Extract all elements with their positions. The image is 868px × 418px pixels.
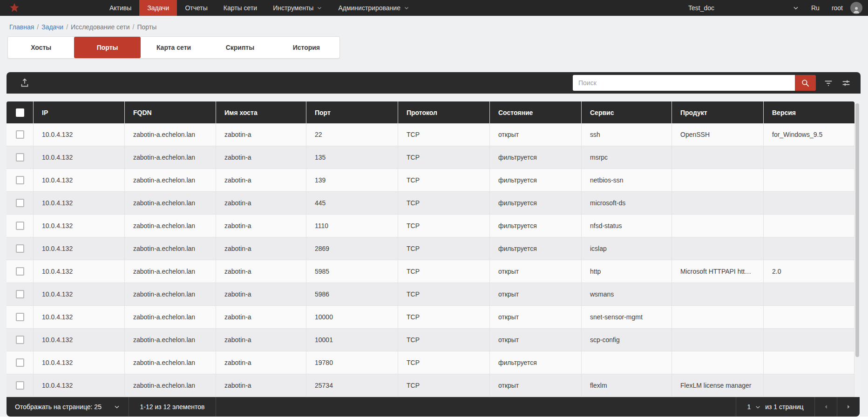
filter-button[interactable] bbox=[823, 78, 834, 88]
cell-port: 10000 bbox=[306, 306, 398, 328]
main-menu: Активы Задачи Отчеты Карты сети Инструме… bbox=[102, 0, 417, 16]
prev-page-button[interactable] bbox=[815, 397, 837, 417]
tab-network-map[interactable]: Карта сети bbox=[141, 37, 207, 58]
cell-version bbox=[764, 329, 854, 351]
table-row: 10.0.4.132zabotin-a.echelon.lanzabotin-a… bbox=[7, 123, 854, 146]
row-checkbox[interactable] bbox=[16, 199, 24, 207]
cell-host: zabotin-a bbox=[216, 146, 306, 169]
cell-fqdn: zabotin-a.echelon.lan bbox=[125, 351, 216, 374]
tab-scripts[interactable]: Скрипты bbox=[207, 37, 273, 58]
row-checkbox[interactable] bbox=[16, 313, 24, 321]
cell-version bbox=[764, 374, 854, 397]
tab-history[interactable]: История bbox=[273, 37, 339, 58]
row-checkbox[interactable] bbox=[16, 381, 24, 390]
col-header-protocol[interactable]: Протокол bbox=[398, 101, 490, 123]
cell-ip: 10.0.4.132 bbox=[34, 351, 125, 374]
row-checkbox[interactable] bbox=[16, 130, 24, 139]
col-header-state[interactable]: Состояние bbox=[490, 101, 582, 123]
col-header-ip[interactable]: IP bbox=[34, 101, 125, 123]
person-icon bbox=[852, 6, 861, 14]
cell-port: 5985 bbox=[306, 260, 398, 283]
cell-host: zabotin-a bbox=[216, 237, 306, 260]
next-arrow-icon bbox=[845, 404, 852, 410]
row-checkbox[interactable] bbox=[16, 222, 24, 230]
user-avatar[interactable] bbox=[850, 2, 862, 14]
nav-item-administration[interactable]: Администрирование bbox=[330, 0, 417, 16]
cell-host: zabotin-a bbox=[216, 374, 306, 397]
tune-button[interactable] bbox=[841, 78, 851, 88]
table-row: 10.0.4.132zabotin-a.echelon.lanzabotin-a… bbox=[7, 146, 854, 169]
cell-state: фильтруется bbox=[490, 192, 582, 214]
col-header-fqdn[interactable]: FQDN bbox=[125, 101, 216, 123]
table-row: 10.0.4.132zabotin-a.echelon.lanzabotin-a… bbox=[7, 237, 854, 260]
scrollbar-thumb[interactable] bbox=[855, 103, 859, 357]
language-button[interactable]: Ru bbox=[811, 4, 820, 12]
nav-item-assets[interactable]: Активы bbox=[102, 0, 139, 16]
cell-ip: 10.0.4.132 bbox=[34, 215, 125, 237]
search-button[interactable] bbox=[795, 75, 816, 91]
cell-protocol: TCP bbox=[398, 192, 490, 214]
cell-ip: 10.0.4.132 bbox=[34, 283, 125, 305]
cell-protocol: TCP bbox=[398, 374, 490, 397]
row-checkbox[interactable] bbox=[16, 290, 24, 298]
cell-port: 1110 bbox=[306, 215, 398, 237]
cell-version bbox=[764, 169, 854, 191]
cell-protocol: TCP bbox=[398, 146, 490, 169]
cell-service: snet-sensor-mgmt bbox=[582, 306, 672, 328]
next-page-button[interactable] bbox=[837, 397, 860, 417]
row-checkbox[interactable] bbox=[16, 176, 24, 184]
table-row: 10.0.4.132zabotin-a.echelon.lanzabotin-a… bbox=[7, 169, 854, 192]
row-checkbox[interactable] bbox=[16, 244, 24, 253]
app-logo-star-icon[interactable] bbox=[7, 0, 22, 16]
cell-version bbox=[764, 215, 854, 237]
row-checkbox-cell bbox=[7, 351, 34, 374]
username: root bbox=[832, 4, 843, 12]
breadcrumb-tasks[interactable]: Задачи bbox=[41, 23, 63, 31]
row-checkbox-cell bbox=[7, 192, 34, 214]
tab-hosts[interactable]: Хосты bbox=[8, 37, 74, 58]
cell-service: ssh bbox=[582, 123, 672, 146]
cell-host: zabotin-a bbox=[216, 283, 306, 305]
table-row: 10.0.4.132zabotin-a.echelon.lanzabotin-a… bbox=[7, 329, 854, 351]
cell-version bbox=[764, 192, 854, 214]
select-all-checkbox[interactable] bbox=[16, 108, 24, 117]
page-size-select[interactable]: Отображать на странице: 25 bbox=[7, 397, 129, 417]
cell-product bbox=[672, 283, 764, 305]
row-checkbox[interactable] bbox=[16, 267, 24, 276]
col-header-host[interactable]: Имя хоста bbox=[216, 101, 306, 123]
col-header-port[interactable]: Порт bbox=[306, 101, 398, 123]
row-checkbox-cell bbox=[7, 374, 34, 397]
project-name: Test_doc bbox=[688, 4, 714, 12]
row-checkbox-cell bbox=[7, 169, 34, 191]
project-select[interactable]: Test_doc bbox=[688, 4, 799, 12]
row-checkbox[interactable] bbox=[16, 358, 24, 367]
row-checkbox[interactable] bbox=[16, 153, 24, 162]
col-header-product[interactable]: Продукт bbox=[672, 101, 764, 123]
nav-item-network-maps[interactable]: Карты сети bbox=[216, 0, 265, 16]
cell-fqdn: zabotin-a.echelon.lan bbox=[125, 123, 216, 146]
nav-item-tools[interactable]: Инструменты bbox=[265, 0, 330, 16]
cell-fqdn: zabotin-a.echelon.lan bbox=[125, 237, 216, 260]
nav-item-tasks[interactable]: Задачи bbox=[139, 0, 177, 16]
row-checkbox[interactable] bbox=[16, 336, 24, 344]
row-checkbox-cell bbox=[7, 329, 34, 351]
breadcrumb-home[interactable]: Главная bbox=[9, 23, 34, 31]
table-row: 10.0.4.132zabotin-a.echelon.lanzabotin-a… bbox=[7, 215, 854, 237]
current-page: 1 bbox=[747, 403, 751, 411]
table-row: 10.0.4.132zabotin-a.echelon.lanzabotin-a… bbox=[7, 306, 854, 329]
export-button[interactable] bbox=[20, 78, 30, 88]
cell-state: фильтруется bbox=[490, 169, 582, 191]
table-row: 10.0.4.132zabotin-a.echelon.lanzabotin-a… bbox=[7, 283, 854, 306]
cell-fqdn: zabotin-a.echelon.lan bbox=[125, 169, 216, 191]
cell-protocol: TCP bbox=[398, 283, 490, 305]
col-header-version[interactable]: Версия bbox=[764, 101, 854, 123]
cell-product: Microsoft HTTPAPI htt… bbox=[672, 260, 764, 283]
items-range: 1-12 из 12 элементов bbox=[129, 397, 216, 417]
row-checkbox-cell bbox=[7, 237, 34, 260]
cell-fqdn: zabotin-a.echelon.lan bbox=[125, 374, 216, 397]
search-input[interactable] bbox=[573, 75, 795, 91]
tab-ports[interactable]: Порты bbox=[74, 37, 140, 58]
page-select[interactable]: 1 из 1 страниц bbox=[736, 397, 815, 417]
nav-item-reports[interactable]: Отчеты bbox=[177, 0, 215, 16]
col-header-service[interactable]: Сервис bbox=[582, 101, 672, 123]
